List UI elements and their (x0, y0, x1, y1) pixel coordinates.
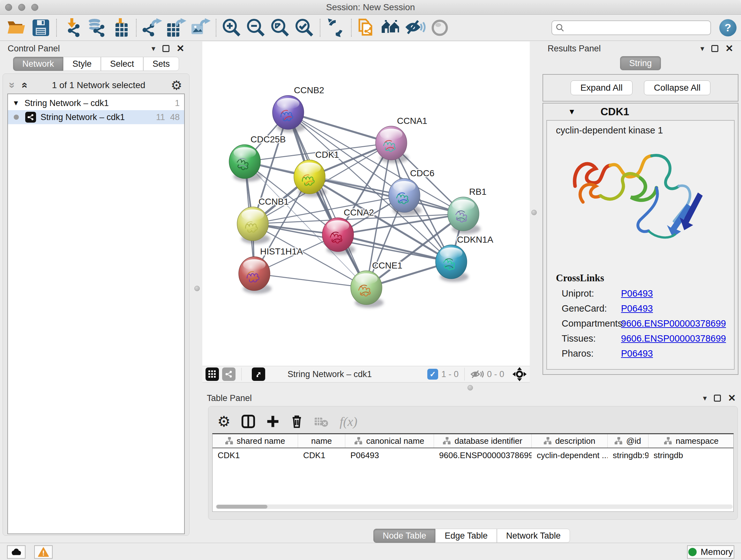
column-header-description[interactable]: description (532, 434, 608, 448)
column-header-canonical-name[interactable]: canonical name (345, 434, 434, 448)
network-options-gear-icon[interactable]: ⚙ (171, 79, 182, 91)
horizontal-splitter-handle[interactable] (468, 385, 473, 390)
crosslink-link[interactable]: P06493 (621, 303, 653, 314)
node-CDKN1A[interactable]: CDKN1A (435, 235, 493, 282)
import-network-button[interactable] (60, 17, 84, 38)
tab-node-table[interactable]: Node Table (374, 529, 435, 543)
expander-triangle-icon[interactable]: ▼ (12, 99, 19, 107)
show-columns-icon[interactable] (241, 414, 255, 429)
network-collection-row[interactable]: ▼ String Network – cdk1 1 (8, 96, 184, 110)
close-table-icon[interactable]: ✕ (728, 395, 736, 401)
table-horizontal-scrollbar[interactable] (216, 504, 733, 509)
clear-table-icon[interactable] (314, 416, 329, 427)
crosslink-link[interactable]: 9606.ENSP00000378699 (621, 318, 726, 329)
import-database-button[interactable] (84, 17, 109, 38)
cloud-status-button[interactable] (7, 545, 25, 559)
function-builder-icon[interactable]: f(x) (340, 414, 357, 429)
column-header-database-identifier[interactable]: database identifier (434, 434, 532, 448)
node-CDC6[interactable]: CDC6 (389, 168, 434, 215)
collapse-all-button[interactable]: Collapse All (644, 80, 711, 95)
crosslink-link[interactable]: P06493 (621, 288, 653, 299)
column-header-namespace[interactable]: namespace (649, 434, 734, 448)
warnings-button[interactable] (34, 545, 53, 559)
refresh-button[interactable] (324, 17, 348, 38)
first-neighbors-button[interactable] (379, 17, 403, 38)
export-image-button[interactable] (188, 17, 212, 38)
selected-checkbox-icon[interactable]: ✓ (427, 369, 438, 380)
node-HIST1H1A[interactable]: HIST1H1A (239, 246, 303, 294)
collapse-results-icon[interactable]: ▾ (700, 44, 704, 53)
node-table[interactable]: shared namenamecanonical namedatabase id… (212, 433, 734, 512)
node-CDC25B[interactable]: CDC25B (229, 134, 286, 182)
float-table-icon[interactable] (714, 395, 721, 401)
search-input[interactable] (567, 22, 707, 33)
add-column-icon[interactable] (266, 415, 280, 428)
collapse-panel-icon[interactable]: ▾ (151, 44, 155, 53)
zoom-out-button[interactable] (244, 17, 268, 38)
table-cell[interactable]: CDK1 (298, 448, 345, 462)
delete-column-trash-icon[interactable] (290, 414, 303, 429)
network-share-icon[interactable] (222, 368, 235, 381)
left-splitter-handle[interactable] (194, 286, 200, 291)
save-session-button[interactable] (29, 17, 53, 38)
hierarchy-icon (354, 437, 363, 445)
search-box[interactable] (551, 20, 711, 35)
crosslink-link[interactable]: P06493 (621, 348, 653, 359)
memory-button[interactable]: Memory (687, 545, 734, 559)
table-settings-gear-icon[interactable]: ⚙ (217, 415, 230, 428)
open-session-button[interactable] (4, 17, 29, 38)
birds-eye-grid-icon[interactable] (205, 368, 219, 381)
right-splitter-handle[interactable] (531, 210, 537, 215)
zoom-fit-button[interactable] (268, 17, 292, 38)
export-network-button[interactable] (140, 17, 164, 38)
fit-crosshair-icon[interactable] (513, 367, 527, 381)
help-button[interactable]: ? (719, 19, 737, 37)
expand-all-networks-icon[interactable]: » (18, 82, 28, 88)
node-CCNB2[interactable]: CCNB2 (273, 85, 324, 132)
export-table-button[interactable] (164, 17, 188, 38)
hidden-counts: 0 - 0 (487, 369, 504, 379)
edge-HIST1H1A-CCNE1[interactable] (254, 273, 366, 288)
column-header-name[interactable]: name (298, 434, 345, 448)
gene-description: cyclin-dependent kinase 1 (556, 125, 734, 136)
tab-style[interactable]: Style (63, 57, 101, 71)
table-cell[interactable]: 9606.ENSP00000378699 (434, 448, 532, 462)
tab-select[interactable]: Select (101, 57, 143, 71)
close-results-icon[interactable]: ✕ (725, 45, 733, 52)
tab-edge-table[interactable]: Edge Table (435, 529, 497, 543)
column-header-shared-name[interactable]: shared name (212, 434, 298, 448)
tab-network[interactable]: Network (13, 57, 63, 71)
zoom-selected-button[interactable] (292, 17, 317, 38)
show-all-button[interactable] (428, 17, 452, 38)
table-cell[interactable]: stringdb (649, 448, 734, 462)
table-cell[interactable]: P06493 (345, 448, 434, 462)
expand-all-button[interactable]: Expand All (570, 80, 632, 95)
node-CCNA1[interactable]: CCNA1 (376, 116, 427, 163)
float-results-icon[interactable] (711, 45, 718, 52)
gene-expander-triangle-icon[interactable]: ▼ (568, 107, 576, 116)
table-cell[interactable]: CDK1 (212, 448, 298, 462)
collapse-all-networks-icon[interactable]: » (8, 82, 17, 88)
import-table-button[interactable] (109, 17, 133, 38)
table-cell[interactable]: cyclin-dependent ... (532, 448, 608, 462)
table-row[interactable]: CDK1CDK1P064939606.ENSP00000378699cyclin… (212, 448, 733, 462)
column-header--id[interactable]: @id (608, 434, 649, 448)
hide-selected-button[interactable] (403, 17, 428, 38)
tab-network-table[interactable]: Network Table (497, 529, 570, 543)
open-in-window-icon[interactable] (252, 368, 265, 381)
node-CCNE1[interactable]: CCNE1 (351, 260, 402, 308)
duplicate-network-button[interactable] (355, 17, 379, 38)
float-panel-icon[interactable] (162, 45, 170, 52)
close-panel-icon[interactable]: ✕ (177, 45, 185, 52)
tab-string[interactable]: String (620, 56, 661, 70)
collapse-table-icon[interactable]: ▾ (703, 394, 707, 402)
zoom-in-button[interactable] (219, 17, 244, 38)
tab-sets[interactable]: Sets (143, 57, 179, 71)
edge-CCNB2-CCNE1[interactable] (288, 112, 366, 288)
network-row[interactable]: String Network – cdk1 11 48 (8, 110, 184, 124)
crosslink-link[interactable]: 9606.ENSP00000378699 (621, 333, 726, 344)
node-CCNB1[interactable]: CCNB1 (237, 197, 289, 244)
node-RB1[interactable]: RB1 (448, 187, 486, 234)
table-cell[interactable]: stringdb:9... (608, 448, 649, 462)
network-canvas[interactable]: CCNB2 CCNA1 CDC25B CDK1 (202, 42, 530, 366)
